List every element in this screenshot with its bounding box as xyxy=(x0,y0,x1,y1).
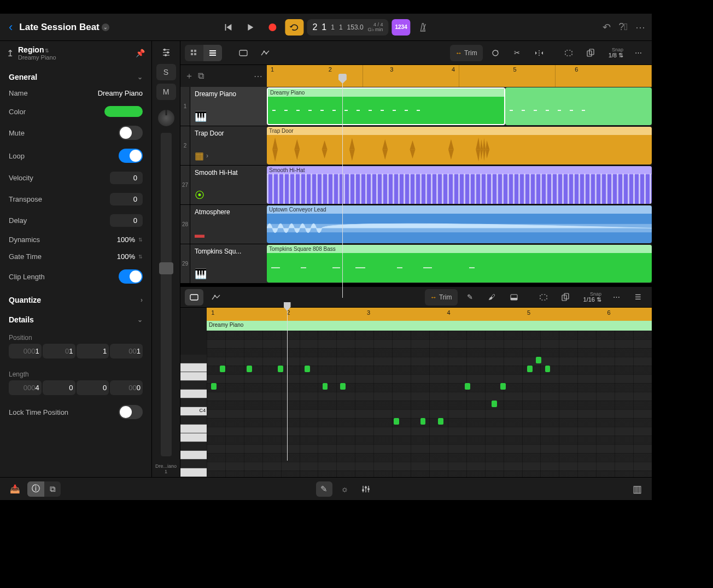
track-header[interactable]: Atmosphere ▬ xyxy=(190,205,267,244)
volume-fader[interactable] xyxy=(161,133,172,456)
undo-button[interactable]: ↶ xyxy=(603,21,611,33)
midi-note[interactable] xyxy=(536,357,541,363)
transpose-field[interactable]: 0 xyxy=(110,193,143,205)
track-header[interactable]: Smooth Hi-Hat ⦿ xyxy=(190,166,267,204)
midi-note[interactable] xyxy=(220,366,225,372)
pr-more-button[interactable]: ⋯ xyxy=(607,289,626,305)
region-view-button[interactable] xyxy=(234,45,253,61)
add-track-button[interactable]: ＋ xyxy=(185,70,194,82)
pr-view-button[interactable] xyxy=(505,289,523,305)
lcd-display[interactable]: 2 1 1 1 153.0 4 / 4 G♭ min xyxy=(307,19,388,36)
position-field[interactable]: 00000011 xyxy=(9,344,42,358)
more-button[interactable]: ⋯ xyxy=(635,21,645,33)
record-button[interactable] xyxy=(263,19,282,36)
midi-note[interactable] xyxy=(492,401,497,407)
metronome-button[interactable] xyxy=(414,19,433,36)
pr-menu-button[interactable]: ☰ xyxy=(629,289,647,305)
mute-toggle[interactable] xyxy=(119,126,143,140)
marquee-button[interactable] xyxy=(559,45,578,61)
loop-toggle[interactable] xyxy=(119,149,143,163)
midi-note[interactable] xyxy=(420,418,426,425)
brightness-button[interactable]: ☼ xyxy=(337,481,353,497)
lock-time-toggle[interactable] xyxy=(119,405,143,419)
midi-note[interactable] xyxy=(247,366,252,372)
ruler-time[interactable]: 1 2 3 4 5 6 xyxy=(267,65,652,87)
pr-snap-display[interactable]: Snap 1/16 ⇅ xyxy=(581,292,604,303)
inbox-button[interactable]: 📥 xyxy=(7,481,23,497)
copy-button[interactable] xyxy=(581,45,600,61)
pr-playhead[interactable] xyxy=(287,308,288,461)
tracks-more-button[interactable]: ⋯ xyxy=(629,45,647,61)
channel-settings-button[interactable] xyxy=(156,44,176,61)
duplicate-track-button[interactable]: ⧉ xyxy=(198,71,204,81)
midi-note[interactable] xyxy=(527,366,533,372)
play-button[interactable] xyxy=(241,19,260,36)
info-button[interactable]: ⓘ xyxy=(27,481,44,497)
velocity-field[interactable]: 0 xyxy=(110,172,143,184)
length-field[interactable]: 0 xyxy=(43,380,75,395)
edit-pencil-button[interactable]: ✎ xyxy=(316,481,332,497)
pr-region-view-button[interactable] xyxy=(185,289,203,305)
pr-ruler[interactable]: 1 2 3 4 5 6 xyxy=(207,308,652,321)
name-value[interactable]: Dreamy Piano xyxy=(98,89,143,97)
midi-region-loop[interactable] xyxy=(505,87,652,125)
pr-marquee-button[interactable] xyxy=(534,289,553,305)
solo-button[interactable]: S xyxy=(156,64,176,80)
up-arrow-icon[interactable]: ↥ xyxy=(7,48,14,58)
midi-note[interactable] xyxy=(278,366,283,372)
note-grid[interactable] xyxy=(207,331,652,477)
midi-note[interactable] xyxy=(211,383,217,390)
project-title[interactable]: Late Session Beat ⌄ xyxy=(19,22,109,33)
go-to-start-button[interactable] xyxy=(219,19,238,36)
pr-automation-button[interactable] xyxy=(207,289,225,305)
pan-knob[interactable] xyxy=(158,110,174,126)
midi-region[interactable]: Dreamy Piano xyxy=(267,87,505,125)
track-header[interactable]: Dreamy Piano 🎹 xyxy=(190,87,267,126)
delay-field[interactable]: 0 xyxy=(110,214,143,227)
midi-note[interactable] xyxy=(438,418,443,425)
track-header[interactable]: Tompkins Squ... 🎹 xyxy=(190,244,267,283)
midi-note[interactable] xyxy=(340,383,346,390)
dynamics-field[interactable]: 100%⇅ xyxy=(117,236,143,244)
mute-button[interactable]: M xyxy=(156,84,176,100)
midi-region[interactable]: Smooth Hi-Hat xyxy=(267,166,652,204)
position-field[interactable]: 1 xyxy=(77,344,109,358)
position-field[interactable]: 001 xyxy=(110,344,143,358)
pr-copy-button[interactable] xyxy=(556,289,575,305)
nudge-button[interactable] xyxy=(530,45,548,61)
gate-field[interactable]: 100%⇅ xyxy=(117,252,143,261)
color-swatch[interactable] xyxy=(104,106,143,117)
position-field[interactable]: 01 xyxy=(43,344,75,358)
section-details[interactable]: Details ⌄ xyxy=(0,308,151,327)
keyboard-button[interactable]: ▥ xyxy=(629,481,645,497)
help-button[interactable]: ?⃝ xyxy=(618,21,628,33)
snap-display[interactable]: Snap 1/8 ⇅ xyxy=(606,48,626,58)
length-field[interactable]: 000 xyxy=(110,380,143,395)
pr-pencil-button[interactable]: ✎ xyxy=(461,289,480,305)
length-field[interactable]: 0 xyxy=(77,380,109,395)
piano-keys[interactable] xyxy=(180,331,207,477)
track-header[interactable]: Trap Door ▦ › xyxy=(190,126,267,165)
midi-note[interactable] xyxy=(545,366,551,372)
length-field[interactable]: 0004 xyxy=(9,380,42,395)
clip-length-toggle[interactable] xyxy=(119,269,143,284)
track-options-button[interactable]: ⋯ xyxy=(254,71,262,81)
midi-note[interactable] xyxy=(465,383,470,390)
midi-note[interactable] xyxy=(323,383,328,390)
pin-icon[interactable]: 📌 xyxy=(136,49,145,57)
section-general[interactable]: General ⌄ xyxy=(0,65,151,85)
grid-view-button[interactable] xyxy=(185,45,203,61)
trim-button[interactable]: ↔Trim xyxy=(450,45,483,61)
mixer-button[interactable] xyxy=(358,481,374,497)
midi-region[interactable]: Tompkins Square 808 Bass xyxy=(267,245,652,283)
panels-button[interactable]: ⧉ xyxy=(44,481,61,497)
automation-button[interactable] xyxy=(256,45,274,61)
midi-note[interactable] xyxy=(394,418,399,425)
scissors-button[interactable]: ✂ xyxy=(508,45,527,61)
loop-tool-button[interactable] xyxy=(486,45,505,61)
list-view-button[interactable] xyxy=(203,45,222,61)
back-button[interactable]: ‹ xyxy=(7,20,15,34)
midi-note[interactable] xyxy=(500,383,506,390)
section-quantize[interactable]: Quantize › xyxy=(0,288,151,308)
audio-region[interactable]: Uptown Conveyor Lead xyxy=(267,205,652,243)
